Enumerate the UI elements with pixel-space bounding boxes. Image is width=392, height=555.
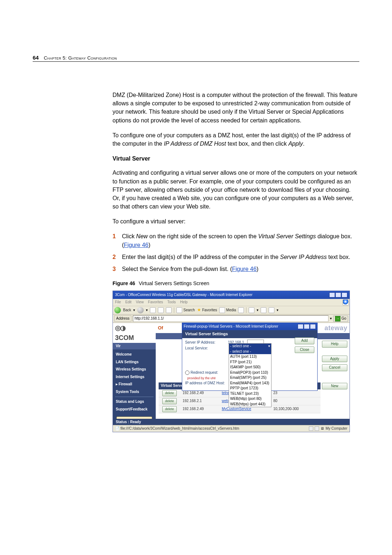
page-icon: 📄 [115, 426, 119, 430]
browser-title-text: 3Com - OfficeConnect Wireless 11g Cable/… [115, 292, 252, 298]
dropdown-option[interactable]: TELNET (port 23) [229, 391, 271, 397]
gateway-title-fragment: ateway [324, 323, 347, 333]
product-name-fragment: Of [158, 325, 163, 332]
forward-icon[interactable] [137, 307, 144, 313]
figure-caption: Figure 46Virtual Servers Settings Screen [113, 280, 359, 287]
media-button[interactable]: Media [219, 307, 236, 313]
help-button[interactable]: Help [322, 341, 347, 348]
delete-button[interactable]: delete [162, 390, 177, 396]
back-icon[interactable] [114, 307, 121, 313]
step-1: 1 Click New on the right side of the scr… [113, 232, 359, 249]
go-arrow-icon: → [335, 316, 340, 321]
mail-icon[interactable] [249, 307, 254, 313]
browser-toolbar: Back ▾ ▾ Search ★Favorites Media ▾ ▾ [113, 306, 350, 315]
browser-menu: File Edit View Favorites Tools Help [113, 299, 350, 306]
forward-dropdown-icon[interactable]: ▾ [146, 308, 148, 313]
configure-virtual-server-lead: To configure a virtual server: [113, 217, 359, 226]
favorites-button[interactable]: ★Favorites [197, 307, 217, 313]
stop-icon[interactable] [150, 307, 156, 313]
delete-button[interactable]: delete [162, 406, 177, 412]
service-ports: 23 [271, 390, 320, 396]
sidebar-item-firewall[interactable]: Firewall [113, 381, 156, 388]
menu-view[interactable]: View [136, 300, 144, 305]
status-zone: My Computer [326, 426, 347, 432]
sidebar-item-internet[interactable]: Internet Settings [113, 373, 156, 381]
edit-dropdown-icon[interactable]: ▾ [277, 308, 278, 313]
address-dropdown-icon[interactable]: ▾ [330, 316, 332, 321]
go-button[interactable]: → Go [333, 316, 348, 322]
dropdown-option[interactable]: WEB(https) (port 443) [229, 402, 271, 407]
close-icon[interactable]: × [310, 324, 316, 329]
radio-icon [185, 370, 189, 375]
print-icon[interactable] [261, 307, 266, 313]
dropdown-option[interactable]: ISAKMP (port 500) [229, 365, 271, 370]
server-ip: 192.168.2.49 [180, 390, 220, 396]
menu-file[interactable]: File [115, 300, 121, 305]
minimize-icon[interactable]: _ [298, 324, 303, 329]
computer-icon: 🖥 [320, 426, 324, 432]
history-icon[interactable] [238, 307, 244, 313]
add-button[interactable]: Add [295, 337, 314, 344]
dropdown-option[interactable]: Email(IMAP4) (port 143) [229, 381, 271, 386]
browser-titlebar: 3Com - OfficeConnect Wireless 11g Cable/… [113, 291, 350, 299]
local-service-label: Local Service: [185, 346, 226, 351]
refresh-icon[interactable] [158, 307, 164, 313]
sidebar-item-wireless[interactable]: Wireless Settings [113, 366, 156, 373]
server-ip: 192.168.2.1 [180, 398, 220, 404]
logo-rings-icon: ◎◑ [115, 324, 125, 332]
dropdown-option[interactable]: Email(SMTP) (port 25) [229, 375, 271, 381]
sidebar-item-support[interactable]: Support/Feedback [113, 406, 156, 413]
mail-dropdown-icon[interactable]: ▾ [257, 308, 258, 313]
search-button[interactable]: Search [176, 307, 195, 313]
sidebar-item-lan[interactable]: LAN Settings [113, 358, 156, 366]
sidebar-tab: Vir [113, 343, 156, 350]
maximize-icon[interactable]: □ [304, 324, 310, 329]
back-button[interactable]: Back [123, 308, 131, 313]
step-number: 3 [113, 265, 118, 273]
gateway-action-column: Help Apply Cancel New [320, 339, 350, 391]
figure-link[interactable]: Figure 46 [232, 266, 257, 272]
address-input[interactable]: http://192.168.1.1/ [133, 315, 328, 322]
popup-title-text: Firewall-popup-Virtual Servers - Microso… [184, 324, 278, 329]
step-number: 2 [113, 253, 118, 261]
local-service-dropdown[interactable]: - select one - ▾ - select one - AUTH (po… [229, 343, 271, 407]
dropdown-option[interactable]: Email(POP3) (port 110) [229, 370, 271, 376]
menu-favorites[interactable]: Favorites [148, 300, 163, 305]
dmz-paragraph-1: DMZ (De-Militarized Zone) Host is a comp… [113, 91, 359, 125]
menu-edit[interactable]: Edit [125, 300, 131, 305]
service-link[interactable]: MyCustomService [222, 407, 251, 411]
menu-help[interactable]: Help [180, 300, 188, 305]
running-header: 64 Chapter 5: Gateway Configuration [33, 54, 359, 62]
dropdown-option[interactable]: AUTH (port 113) [229, 354, 271, 360]
service-link[interactable]: web [222, 399, 228, 403]
minimize-icon[interactable]: _ [329, 292, 335, 297]
apply-button[interactable]: Apply [322, 356, 347, 362]
sidebar-item-system[interactable]: System Tools [113, 388, 156, 396]
cancel-button[interactable]: Cancel [322, 364, 347, 371]
edit-icon[interactable] [269, 307, 274, 313]
sidebar-item-welcome[interactable]: Welcome [113, 351, 156, 358]
dropdown-option[interactable]: FTP (port 21) [229, 360, 271, 365]
delete-button[interactable]: delete [162, 398, 177, 404]
maximize-icon[interactable]: □ [335, 292, 341, 297]
back-dropdown-icon[interactable]: ▾ [133, 308, 135, 313]
new-button[interactable]: New [322, 383, 347, 390]
step-number: 1 [113, 232, 118, 249]
dropdown-option[interactable]: WEB(http) (port 80) [229, 396, 271, 402]
dropdown-option[interactable]: PPTP (port 1723) [229, 386, 271, 391]
brand-label: 3COM [115, 334, 134, 341]
menu-tools[interactable]: Tools [167, 300, 176, 305]
close-button[interactable]: Close [295, 347, 314, 353]
close-icon[interactable]: × [342, 292, 347, 297]
virtual-server-paragraph: Activating and configuring a virtual ser… [113, 169, 359, 211]
dmz-paragraph-2: To configure one of your computers as a … [113, 131, 359, 148]
home-icon[interactable] [166, 307, 172, 313]
figure-link[interactable]: Figure 46 [124, 242, 148, 248]
browser-status-bar: 📄 file:///C:/data/work/3Com/Wizard/web_h… [113, 425, 350, 432]
screenshot-virtual-servers: 3Com - OfficeConnect Wireless 11g Cable/… [113, 291, 350, 432]
sidebar-item-status[interactable]: Status and Logs [113, 398, 156, 406]
toolbar-separator [246, 307, 246, 313]
dropdown-current: - select one - [230, 344, 251, 349]
dropdown-option[interactable]: - select one - [229, 349, 271, 355]
redirect-radio[interactable]: Redirect request: [185, 370, 218, 376]
